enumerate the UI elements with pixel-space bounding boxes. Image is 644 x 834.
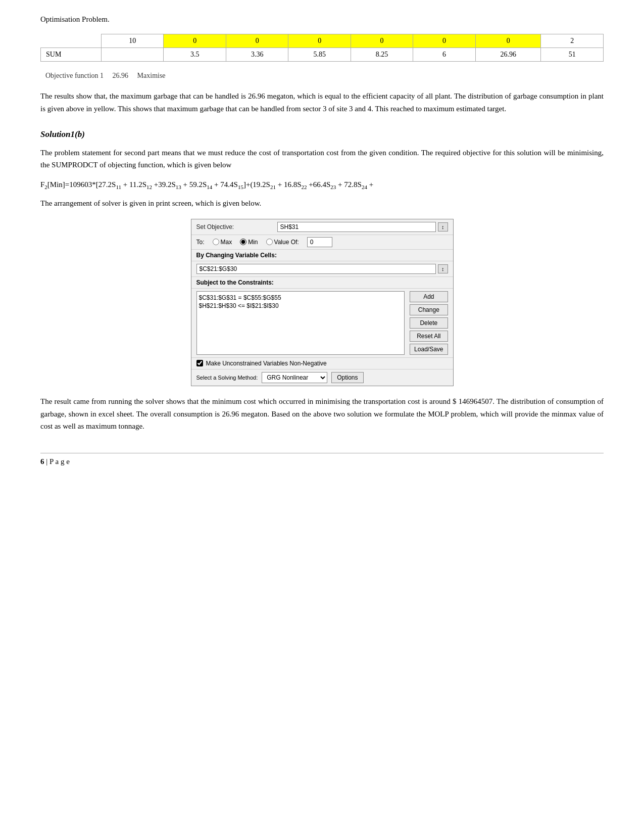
- unconstrained-label: Make Unconstrained Variables Non-Negativ…: [206, 360, 327, 367]
- objective-mode: Maximise: [137, 72, 166, 79]
- delete-button[interactable]: Delete: [410, 317, 448, 329]
- changing-cells-row: ↕: [191, 261, 453, 277]
- method-select[interactable]: GRG Nonlinear: [262, 372, 327, 383]
- min-radio[interactable]: [240, 239, 246, 245]
- paragraph-3: The arrangement of solver is given in pr…: [40, 197, 604, 210]
- cell-r1c1: 10: [102, 34, 164, 48]
- cell-r1c4: 0: [288, 34, 351, 48]
- page-header: Optimisation Problem.: [40, 15, 604, 24]
- cell-r2c7: 26.96: [475, 48, 541, 62]
- footer-separator: |: [46, 457, 49, 466]
- cell-r1c2: 0: [164, 34, 226, 48]
- solver-to-row: To: Max Min Value Of:: [191, 235, 453, 250]
- changing-cells-arrow-button[interactable]: ↕: [438, 264, 448, 273]
- cell-r1c8: 2: [541, 34, 604, 48]
- constraints-list: $C$31:$G$31 = $C$55:$G$55 $H$21:$H$30 <=…: [196, 291, 405, 355]
- formula-display: F2[Min]=109603*[27.2S11 + 11.2S12 +39.2S…: [40, 180, 604, 190]
- paragraph-2: The problem statement for second part me…: [40, 147, 604, 172]
- value-of-option[interactable]: Value Of:: [266, 239, 299, 246]
- constraint-item-1: $C$31:$G$31 = $C$55:$G$55: [199, 294, 403, 302]
- add-button[interactable]: Add: [410, 291, 448, 302]
- cell-r2c5: 8.25: [351, 48, 413, 62]
- unconstrained-checkbox-row: Make Unconstrained Variables Non-Negativ…: [191, 358, 453, 369]
- cell-r1c3: 0: [226, 34, 288, 48]
- min-option[interactable]: Min: [240, 239, 258, 246]
- cell-r2c1: [102, 48, 164, 62]
- method-label: Select a Solving Method:: [196, 375, 258, 381]
- reset-all-button[interactable]: Reset All: [410, 331, 448, 342]
- constraints-label: Subject to the Constraints:: [191, 277, 453, 289]
- cell-r2c2: 3.5: [164, 48, 226, 62]
- cell-r2c6: 6: [413, 48, 475, 62]
- section-heading: Solution1(b): [40, 129, 604, 140]
- set-objective-label: Set Objective:: [196, 223, 277, 230]
- load-save-button[interactable]: Load/Save: [410, 344, 448, 355]
- unconstrained-checkbox[interactable]: [196, 360, 203, 366]
- cell-r2c3: 3.36: [226, 48, 288, 62]
- changing-cells-input[interactable]: [196, 264, 436, 274]
- to-label: To:: [196, 239, 205, 246]
- cell-r1c5: 0: [351, 34, 413, 48]
- page-footer: 6 | P a g e: [40, 457, 604, 466]
- changing-cells-label: By Changing Variable Cells:: [191, 250, 453, 261]
- header-title: Optimisation Problem.: [40, 15, 110, 23]
- max-option[interactable]: Max: [213, 239, 232, 246]
- sum-label: SUM: [41, 48, 102, 62]
- objective-arrow-button[interactable]: ↕: [438, 222, 448, 231]
- page-number: 6: [40, 457, 44, 466]
- data-table: 10 0 0 0 0 0 0 2 SUM 3.5 3.36 5.85 8.25 …: [40, 34, 604, 62]
- table-row: 10 0 0 0 0 0 0 2: [41, 34, 604, 48]
- paragraph-4: The result came from running the solver …: [40, 395, 604, 433]
- constraints-area: $C$31:$G$31 = $C$55:$G$55 $H$21:$H$30 <=…: [191, 289, 453, 358]
- max-radio[interactable]: [213, 239, 219, 245]
- solver-objective-row: Set Objective: ↕: [191, 219, 453, 235]
- set-objective-input[interactable]: [277, 222, 436, 232]
- objective-line: Objective function 1 26.96 Maximise: [45, 72, 604, 80]
- objective-label: Objective function 1: [45, 72, 104, 79]
- paragraph-1: The results show that, the maximum garba…: [40, 90, 604, 115]
- objective-value: 26.96: [113, 72, 129, 79]
- change-button[interactable]: Change: [410, 304, 448, 315]
- table-row: SUM 3.5 3.36 5.85 8.25 6 26.96 51: [41, 48, 604, 62]
- cell-r2c8: 51: [541, 48, 604, 62]
- options-button[interactable]: Options: [331, 372, 363, 383]
- value-of-radio[interactable]: [266, 239, 273, 245]
- cell-r2c4: 5.85: [288, 48, 351, 62]
- constraint-item-2: $H$21:$H$30 <= $I$21:$I$30: [199, 302, 403, 310]
- solver-dialog: Set Objective: ↕ To: Max Min Value Of: B…: [191, 219, 454, 386]
- cell-r1c6: 0: [413, 34, 475, 48]
- footer-page-label: P a g e: [49, 457, 70, 466]
- solver-buttons: Add Change Delete Reset All Load/Save: [407, 289, 453, 357]
- cell-r1c7: 0: [475, 34, 541, 48]
- footer-divider: [40, 453, 604, 453]
- solving-method-row: Select a Solving Method: GRG Nonlinear O…: [191, 369, 453, 386]
- value-of-input[interactable]: [307, 237, 332, 247]
